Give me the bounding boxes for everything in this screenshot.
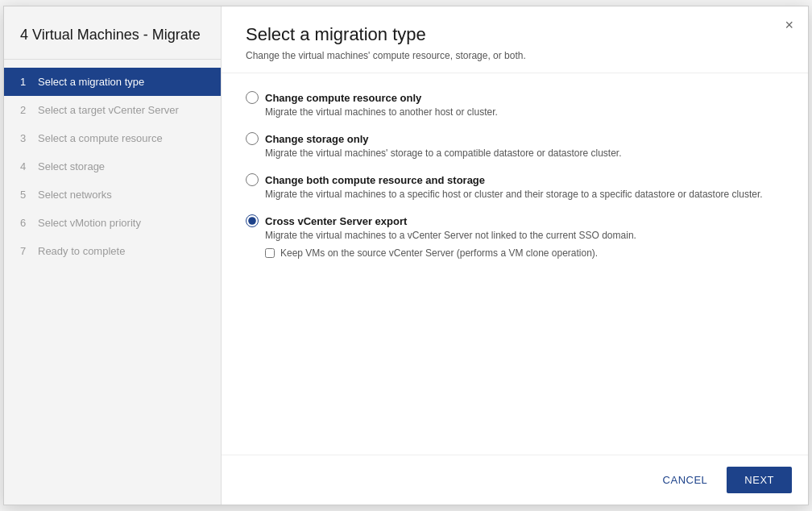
migrate-dialog: 4 Virtual Machines - Migrate 1Select a m…: [3, 6, 809, 505]
sidebar-step-1[interactable]: 1Select a migration type: [4, 68, 221, 96]
radio-label-text-4[interactable]: Cross vCenter Server export: [265, 215, 407, 227]
keep-vms-label: Keep VMs on the source vCenter Server (p…: [280, 247, 598, 259]
main-header: Select a migration type Change the virtu…: [222, 6, 808, 73]
radio-option-1: Change compute resource onlyMigrate the …: [246, 91, 784, 118]
sidebar-step-7[interactable]: 7Ready to complete: [4, 237, 221, 265]
sidebar: 4 Virtual Machines - Migrate 1Select a m…: [4, 6, 222, 505]
step-num: 1: [20, 76, 31, 88]
cancel-button[interactable]: CANCEL: [652, 467, 719, 492]
radio-label-row-3: Change both compute resource and storage: [246, 173, 784, 186]
sidebar-step-6[interactable]: 6Select vMotion priority: [4, 209, 221, 237]
radio-label-row-1: Change compute resource only: [246, 91, 784, 104]
step-label: Select storage: [38, 160, 105, 172]
radio-desc-4: Migrate the virtual machines to a vCente…: [265, 230, 784, 241]
step-label: Select a compute resource: [38, 132, 163, 144]
radio-desc-1: Migrate the virtual machines to another …: [265, 106, 784, 118]
radio-input-3[interactable]: [246, 173, 259, 186]
next-button[interactable]: NEXT: [727, 467, 792, 493]
step-num: 3: [20, 132, 31, 144]
step-label: Select a target vCenter Server: [38, 104, 179, 116]
radio-option-3: Change both compute resource and storage…: [246, 173, 784, 200]
radio-input-1[interactable]: [246, 91, 259, 104]
radio-label-text-1[interactable]: Change compute resource only: [265, 92, 421, 104]
radio-label-row-2: Change storage only: [246, 132, 784, 145]
main-panel: Select a migration type Change the virtu…: [222, 6, 808, 505]
step-label: Select a migration type: [38, 76, 144, 88]
step-num: 7: [20, 245, 31, 257]
steps-list: 1Select a migration type2Select a target…: [4, 60, 221, 273]
radio-input-4[interactable]: [246, 214, 259, 227]
step-label: Select networks: [38, 189, 112, 201]
step-num: 5: [20, 189, 31, 201]
radio-label-row-4: Cross vCenter Server export: [246, 214, 784, 227]
step-num: 6: [20, 217, 31, 229]
step-num: 2: [20, 104, 31, 116]
keep-vms-checkbox[interactable]: [265, 248, 275, 258]
sidebar-step-4[interactable]: 4Select storage: [4, 152, 221, 181]
radio-label-text-3[interactable]: Change both compute resource and storage: [265, 174, 485, 186]
checkbox-row-4: Keep VMs on the source vCenter Server (p…: [265, 247, 784, 259]
step-num: 4: [20, 160, 31, 172]
main-subtitle: Change the virtual machines' compute res…: [246, 50, 784, 61]
step-label: Ready to complete: [38, 245, 125, 257]
radio-desc-3: Migrate the virtual machines to a specif…: [265, 189, 784, 200]
main-footer: CANCEL NEXT: [222, 455, 808, 505]
sidebar-title: 4 Virtual Machines - Migrate: [4, 6, 221, 60]
radio-desc-2: Migrate the virtual machines' storage to…: [265, 147, 784, 159]
sidebar-step-2[interactable]: 2Select a target vCenter Server: [4, 96, 221, 124]
main-body: Change compute resource onlyMigrate the …: [222, 73, 808, 455]
main-header-wrap: Select a migration type Change the virtu…: [222, 6, 808, 73]
sidebar-step-5[interactable]: 5Select networks: [4, 181, 221, 209]
main-title: Select a migration type: [246, 24, 784, 45]
radio-label-text-2[interactable]: Change storage only: [265, 133, 369, 145]
radio-option-4: Cross vCenter Server exportMigrate the v…: [246, 214, 784, 259]
radio-input-2[interactable]: [246, 132, 259, 145]
sidebar-step-3[interactable]: 3Select a compute resource: [4, 124, 221, 152]
radio-option-2: Change storage onlyMigrate the virtual m…: [246, 132, 784, 159]
close-button[interactable]: ×: [785, 18, 793, 32]
migration-type-group: Change compute resource onlyMigrate the …: [246, 91, 784, 259]
step-label: Select vMotion priority: [38, 217, 141, 229]
